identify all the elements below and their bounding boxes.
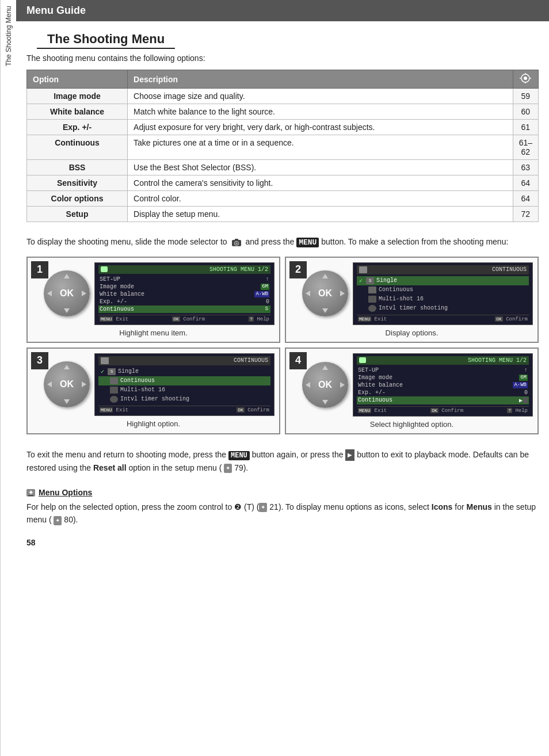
ok-label: OK bbox=[318, 380, 332, 390]
svg-point-9 bbox=[235, 242, 237, 244]
help-key: ? bbox=[507, 408, 512, 413]
option-label: Single bbox=[118, 368, 139, 375]
step-box-2: 2 OK CONTINUOUS ✓SSingle Continuous bbox=[285, 257, 539, 343]
ok-key: OK bbox=[430, 408, 439, 413]
menu-guide-title: Menu Guide bbox=[26, 5, 86, 16]
table-row: Color options Control color. 64 bbox=[27, 191, 539, 207]
menu-key: MENU bbox=[358, 316, 371, 322]
option-cell: Continuous bbox=[27, 135, 128, 160]
menu-options-title: ✦ Menu Options bbox=[26, 488, 539, 497]
row-icon: A·WB bbox=[254, 291, 269, 297]
playback-icon: ▶ bbox=[345, 449, 354, 461]
row-label: Continuous bbox=[358, 397, 392, 404]
arrow-right-icon bbox=[340, 382, 345, 388]
step-inner: OK SHOOTING MENU 1/2 SET-UP ↑ Image mode… bbox=[302, 353, 533, 417]
step-number: 4 bbox=[289, 352, 307, 369]
row-icon: S bbox=[264, 306, 269, 312]
exit-menu-label: MENU bbox=[228, 451, 250, 460]
footer-exit: MENU Exit bbox=[100, 316, 128, 322]
step-inner: OK SHOOTING MENU 1/2 SET-UP ↑ Image mode… bbox=[44, 262, 274, 325]
description-cell: Choose image size and quality. bbox=[128, 89, 513, 104]
page-cell: 63 bbox=[513, 160, 538, 175]
instruction-text: To display the shooting menu, slide the … bbox=[16, 231, 549, 257]
menu-row: Image mode 6M bbox=[98, 283, 270, 291]
arrow-right-icon bbox=[340, 291, 345, 296]
option-cell: Image mode bbox=[27, 89, 128, 104]
camera-screen-3: CONTINUOUS ✓SSingle Continuous Multi-sho… bbox=[94, 353, 274, 416]
check-mark: ✓ bbox=[359, 277, 363, 284]
option-cell: Sensitivity bbox=[27, 175, 128, 191]
option-cell: White balance bbox=[27, 104, 128, 120]
row-icon: A·WB bbox=[513, 382, 528, 388]
option-label: Continuous bbox=[120, 377, 155, 384]
table-row: Sensitivity Control the camera's sensiti… bbox=[27, 175, 539, 191]
ok-button: OK bbox=[302, 362, 348, 408]
menu-options-icons-label: Icons for Menus bbox=[432, 502, 494, 511]
row-label: Image mode bbox=[100, 284, 134, 290]
instruction-middle: and press the bbox=[245, 237, 294, 246]
exit-part4: option in the setup menu ( bbox=[128, 463, 222, 472]
page-number: 58 bbox=[16, 536, 549, 549]
exit-page: 79). bbox=[234, 463, 248, 472]
row-icon: 6M bbox=[519, 375, 528, 381]
row-icon: 6M bbox=[261, 284, 269, 290]
step-caption: Highlight option. bbox=[32, 419, 274, 428]
description-cell: Control color. bbox=[128, 191, 513, 207]
ok-button: OK bbox=[44, 361, 90, 407]
menu-options-text: For help on the selected option, press t… bbox=[26, 501, 539, 526]
step-caption: Highlight menu item. bbox=[32, 329, 274, 337]
option-label: Intvl timer shooting bbox=[379, 305, 448, 311]
section-title-wrapper: The Shooting Menu bbox=[16, 26, 549, 54]
sidebar-label: The Shooting Menu bbox=[5, 6, 13, 66]
cam-icon bbox=[101, 266, 108, 272]
screen-footer: MENU Exit OK Confirm ? Help bbox=[357, 406, 529, 414]
menu-row: White balance A·WB bbox=[98, 291, 270, 298]
step-inner: OK CONTINUOUS ✓SSingle Continuous Multi-… bbox=[302, 262, 533, 325]
footer-text: MENU Exit bbox=[100, 407, 128, 413]
row-value: 0 bbox=[524, 390, 528, 396]
option-label: Multi-shot 16 bbox=[379, 296, 424, 302]
footer-confirm: OK Confirm bbox=[237, 407, 269, 413]
camera-screen-1: SHOOTING MENU 1/2 SET-UP ↑ Image mode 6M… bbox=[94, 262, 274, 325]
menu-options-page1: 21). To display menu options as icons, s… bbox=[269, 502, 429, 511]
arrow-right-icon bbox=[82, 381, 86, 387]
sidebar: The Shooting Menu bbox=[0, 0, 16, 756]
row-label: SET-UP bbox=[358, 367, 379, 373]
arrow-down-icon bbox=[64, 308, 70, 313]
screen-header: CONTINUOUS bbox=[357, 265, 529, 274]
svg-rect-7 bbox=[235, 239, 238, 240]
footer-help: ? Help bbox=[249, 316, 269, 322]
step-caption: Display options. bbox=[291, 329, 533, 337]
menu-row: Exp. +/- 0 bbox=[357, 389, 529, 396]
continuous-icon bbox=[368, 287, 376, 293]
option-row: Continuous bbox=[357, 285, 529, 295]
row-label: White balance bbox=[358, 382, 403, 388]
ok-button-container: OK bbox=[44, 270, 90, 316]
camera-screen-4: SHOOTING MENU 1/2 SET-UP ↑ Image mode 6M… bbox=[353, 353, 533, 417]
screen-header: CONTINUOUS bbox=[98, 356, 270, 365]
description-cell: Take pictures one at a time or in a sequ… bbox=[128, 135, 513, 160]
ok-key: OK bbox=[172, 316, 180, 322]
option-row: ✓SSingle bbox=[357, 276, 529, 285]
table-row: Exp. +/- Adjust exposure for very bright… bbox=[27, 120, 539, 135]
page-cell: 64 bbox=[513, 175, 538, 191]
section-title: The Shooting Menu bbox=[37, 28, 175, 49]
step-inner: OK CONTINUOUS ✓SSingle Continuous Multi-… bbox=[44, 353, 274, 416]
step-number: 1 bbox=[31, 261, 48, 278]
row-label: Image mode bbox=[358, 375, 392, 381]
ok-label: OK bbox=[60, 379, 74, 390]
option-cell: BSS bbox=[27, 160, 128, 175]
camera-icon bbox=[231, 238, 242, 247]
arrow-up-icon bbox=[322, 365, 328, 370]
screen-header: SHOOTING MENU 1/2 bbox=[357, 356, 529, 365]
menu-row: Exp. +/- 0 bbox=[98, 298, 270, 306]
instruction-before: To display the shooting menu, slide the … bbox=[26, 237, 227, 246]
timer-icon bbox=[368, 305, 376, 312]
multishot-icon bbox=[368, 296, 376, 303]
single-icon: S bbox=[366, 277, 374, 284]
ok-label: OK bbox=[60, 288, 74, 299]
option-row: Intvl timer shooting bbox=[98, 395, 270, 404]
ref-icon-exit: ✦ bbox=[224, 464, 232, 473]
menu-key: MENU bbox=[358, 408, 371, 413]
option-row: Continuous bbox=[98, 376, 270, 385]
